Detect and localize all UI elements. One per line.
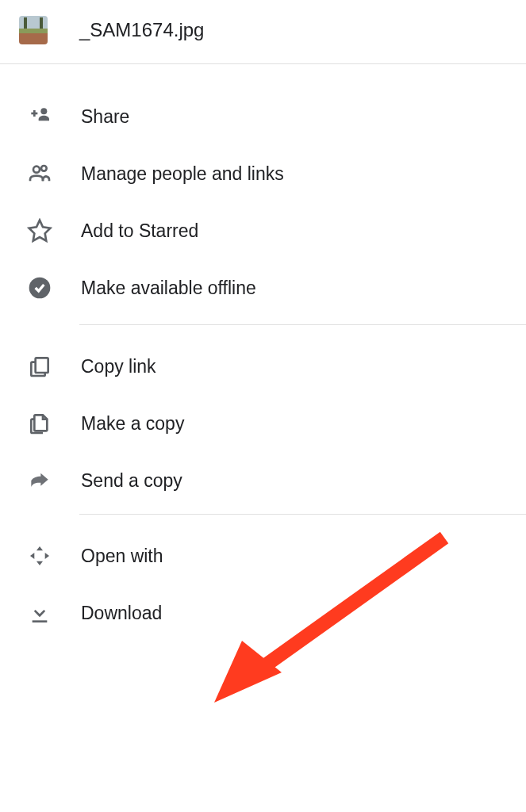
open-with-icon — [27, 543, 52, 569]
svg-point-4 — [41, 166, 47, 171]
copy-link-item[interactable]: Copy link — [0, 338, 526, 395]
download-item[interactable]: Download — [0, 584, 526, 642]
open-with-item[interactable]: Open with — [0, 527, 526, 584]
share-icon — [27, 104, 52, 129]
people-icon — [27, 161, 52, 186]
menu-section-1: Share Manage people and links Add to Sta… — [0, 64, 526, 324]
star-label: Add to Starred — [81, 220, 198, 242]
svg-rect-7 — [33, 620, 48, 622]
send-copy-item[interactable]: Send a copy — [0, 452, 526, 509]
open-with-label: Open with — [81, 546, 163, 567]
make-copy-icon — [27, 411, 52, 436]
make-copy-item[interactable]: Make a copy — [0, 395, 526, 452]
copy-link-label: Copy link — [81, 356, 156, 377]
send-icon — [27, 468, 52, 493]
share-item[interactable]: Share — [0, 88, 526, 145]
menu-section-3: Open with Download — [0, 515, 526, 649]
menu-section-2: Copy link Make a copy Send a copy — [0, 325, 526, 514]
manage-people-label: Manage people and links — [81, 163, 284, 185]
offline-label: Make available offline — [81, 278, 256, 299]
manage-people-item[interactable]: Manage people and links — [0, 145, 526, 202]
file-thumbnail — [19, 16, 48, 44]
download-icon — [27, 600, 52, 626]
make-copy-label: Make a copy — [81, 413, 184, 435]
star-icon — [27, 218, 52, 243]
file-header: _SAM1674.jpg — [0, 0, 526, 63]
share-label: Share — [81, 106, 129, 128]
svg-rect-2 — [33, 110, 36, 117]
download-label: Download — [81, 603, 162, 624]
svg-rect-6 — [36, 358, 48, 373]
star-item[interactable]: Add to Starred — [0, 202, 526, 259]
svg-point-3 — [33, 167, 40, 173]
send-copy-label: Send a copy — [81, 470, 182, 492]
offline-icon — [27, 275, 52, 301]
copy-link-icon — [27, 354, 52, 379]
svg-point-0 — [40, 108, 47, 114]
offline-item[interactable]: Make available offline — [0, 259, 526, 316]
file-name: _SAM1674.jpg — [79, 19, 204, 41]
